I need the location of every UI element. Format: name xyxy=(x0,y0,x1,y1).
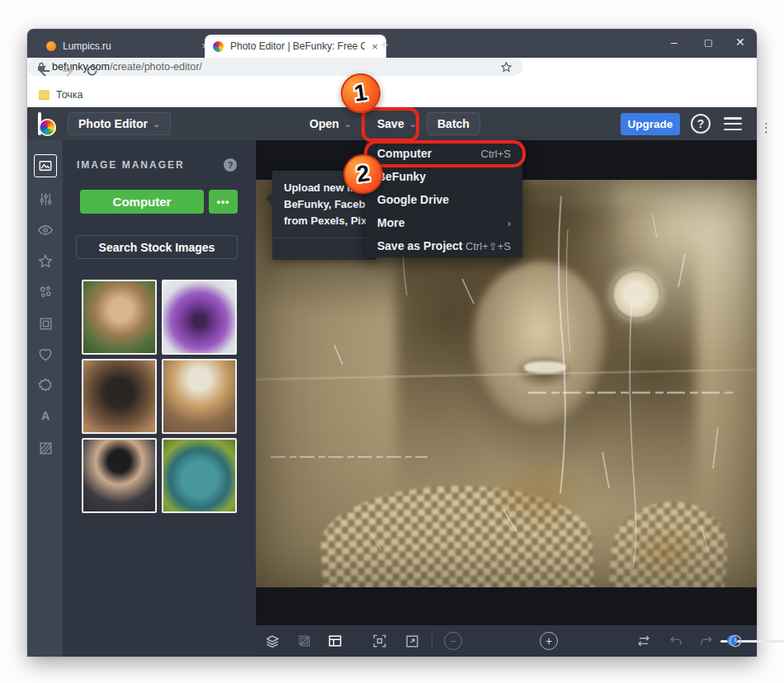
text-icon: A xyxy=(37,408,54,425)
upgrade-button[interactable]: Upgrade xyxy=(621,113,680,135)
tab-title: Photo Editor | BeFunky: Free Onli xyxy=(230,40,365,52)
sidebar-item-text[interactable]: A xyxy=(35,406,56,427)
divider xyxy=(432,634,432,648)
menu-item-save-as-project[interactable]: Save as Project Ctrl+⇧+S xyxy=(366,234,522,257)
sidebar-item-textures[interactable] xyxy=(35,437,56,459)
menu-item-befunky[interactable]: BeFunky xyxy=(366,165,522,188)
texture-icon xyxy=(38,440,54,456)
menu-item-more[interactable]: More › xyxy=(366,211,522,234)
tab-title: Lumpics.ru xyxy=(63,40,195,52)
new-tab-button[interactable]: + xyxy=(380,38,389,53)
chevron-down-icon: ⌄ xyxy=(344,119,352,130)
lumpics-favicon xyxy=(46,41,56,51)
shortcut-label: Ctrl+⇧+S xyxy=(465,240,511,252)
forward-icon[interactable] xyxy=(62,64,75,78)
svg-text:A: A xyxy=(41,409,50,422)
history-icon[interactable] xyxy=(725,631,745,651)
address-bar[interactable]: befunky.com/create/photo-editor/ xyxy=(27,58,522,76)
upload-computer-button[interactable]: Computer xyxy=(80,190,204,214)
maximize-button[interactable]: ▢ xyxy=(704,35,712,49)
redo-icon[interactable] xyxy=(696,631,716,651)
save-button[interactable]: Save⌄ xyxy=(366,112,427,135)
tooltip-line: from Pexels, Pixab xyxy=(284,213,376,229)
layers-icon[interactable] xyxy=(262,631,282,651)
folder-icon xyxy=(39,90,50,100)
tooltip-line: BeFunky, Facebook xyxy=(284,196,376,213)
thumbnail-woman-black-hat[interactable] xyxy=(82,438,157,513)
batch-button[interactable]: Batch xyxy=(427,112,480,135)
sidebar-item-edit[interactable] xyxy=(35,188,56,210)
back-icon[interactable] xyxy=(37,64,50,78)
sidebar-item-image-manager[interactable] xyxy=(34,154,57,177)
help-icon[interactable]: ? xyxy=(691,114,711,134)
sidebar-item-artsy[interactable] xyxy=(35,281,56,303)
tab-photo-editor[interactable]: Photo Editor | BeFunky: Free Onli × xyxy=(205,35,386,58)
fullscreen-icon[interactable] xyxy=(402,631,422,651)
thumbnail-vintage-camera[interactable] xyxy=(82,359,157,434)
chevron-down-icon: ⌄ xyxy=(409,119,417,130)
canvas-layout-icon[interactable] xyxy=(325,631,345,651)
undo-icon[interactable] xyxy=(666,631,686,651)
befunky-favicon xyxy=(213,41,224,52)
open-button[interactable]: Open⌄ xyxy=(299,112,362,135)
sidebar-item-touch-up[interactable] xyxy=(35,251,56,272)
sidebar-item-overlays[interactable] xyxy=(35,344,56,365)
thumbnail-woman-white-hat[interactable] xyxy=(162,359,237,434)
bookmark-item[interactable]: Точка xyxy=(56,89,83,101)
chevron-right-icon: › xyxy=(508,217,511,229)
menu-item-google-drive[interactable]: Google Drive xyxy=(366,188,522,211)
heart-icon xyxy=(37,346,54,363)
tooltip-arrow xyxy=(266,192,272,205)
browser-tabstrip: Lumpics.ru × Photo Editor | BeFunky: Fre… xyxy=(27,29,757,58)
zoom-in-button[interactable]: + xyxy=(540,632,558,650)
sliders-icon xyxy=(38,191,54,207)
image-manager-header: IMAGE MANAGER ? xyxy=(77,158,242,172)
image-icon xyxy=(38,158,53,173)
crop-rotate-icon[interactable] xyxy=(295,631,314,651)
tools-sidebar: A xyxy=(27,140,63,657)
bookmarks-bar: Точка xyxy=(27,83,757,107)
frame-icon xyxy=(38,316,54,332)
canvas-toolbar: − + 81% xyxy=(256,625,757,657)
screenshot-stage: Lumpics.ru × Photo Editor | BeFunky: Fre… xyxy=(0,0,784,683)
browser-menu-icon[interactable]: ⋮ xyxy=(760,120,772,135)
reload-icon[interactable] xyxy=(86,64,98,77)
fit-screen-icon[interactable] xyxy=(370,631,390,651)
sidebar-item-effects[interactable] xyxy=(35,219,56,241)
chevron-down-icon: ⌄ xyxy=(153,119,160,130)
dots-cluster-icon xyxy=(37,284,54,300)
browser-toolbar: befunky.com/create/photo-editor/ 2 ♪ ⋮ xyxy=(27,58,757,83)
sidebar-item-frames[interactable] xyxy=(35,313,56,334)
tab-close-icon[interactable]: × xyxy=(371,40,378,53)
bookmark-star-icon[interactable] xyxy=(500,61,512,73)
tooltip-divider xyxy=(272,238,376,238)
hamburger-menu-icon[interactable] xyxy=(724,117,742,130)
badge-icon xyxy=(37,377,54,393)
compare-icon[interactable] xyxy=(634,631,654,651)
shortcut-label: Ctrl+S xyxy=(481,148,511,160)
befunky-logo[interactable] xyxy=(37,112,60,136)
close-button[interactable]: ✕ xyxy=(735,35,745,49)
save-dropdown-menu: Computer Ctrl+S BeFunky Google Drive Mor… xyxy=(366,141,522,257)
search-stock-images-button[interactable]: Search Stock Images xyxy=(76,235,238,259)
minimize-button[interactable]: – xyxy=(671,35,678,49)
menu-item-computer[interactable]: Computer Ctrl+S xyxy=(366,142,522,165)
thumbnail-blue-truck[interactable] xyxy=(162,438,237,513)
photo-editor-menu[interactable]: Photo Editor⌄ xyxy=(68,112,171,135)
zoom-out-button[interactable]: − xyxy=(444,632,462,650)
sidebar-item-graphics[interactable] xyxy=(35,374,56,396)
panel-help-icon[interactable]: ? xyxy=(224,158,237,172)
panel-title: IMAGE MANAGER xyxy=(77,159,185,171)
thumbnail-portrait-green[interactable] xyxy=(82,280,157,355)
star-icon xyxy=(37,253,54,270)
tab-lumpics[interactable]: Lumpics.ru × xyxy=(40,34,215,58)
eye-icon xyxy=(37,222,54,238)
thumbnail-purple-flower[interactable] xyxy=(162,280,237,355)
upload-more-sources-button[interactable]: ••• xyxy=(209,190,238,214)
